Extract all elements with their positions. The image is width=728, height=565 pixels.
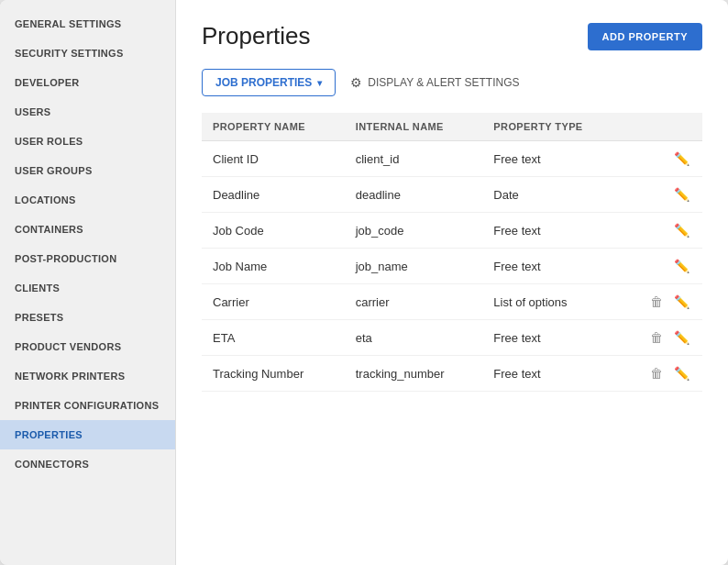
cell-internal-name: job_name (345, 249, 483, 284)
cell-actions: ✏️ (621, 177, 702, 213)
col-property-name: PROPERTY NAME (202, 113, 345, 141)
table-header: PROPERTY NAME INTERNAL NAME PROPERTY TYP… (202, 113, 702, 141)
col-actions (621, 113, 702, 141)
cell-property-type: Date (482, 177, 621, 213)
col-property-type: PROPERTY TYPE (482, 113, 621, 141)
cell-actions: 🗑✏️ (621, 284, 702, 320)
sidebar-item-product-vendors[interactable]: Product Vendors (0, 332, 175, 361)
cell-internal-name: eta (345, 320, 483, 356)
sidebar-item-security-settings[interactable]: Security Settings (0, 39, 175, 68)
edit-icon[interactable]: ✏️ (672, 293, 691, 311)
edit-icon[interactable]: ✏️ (672, 328, 691, 347)
table-row: Job Namejob_nameFree text✏️ (202, 249, 702, 284)
main-header: Properties ADD PROPERTY (202, 22, 702, 50)
cell-internal-name: tracking_number (345, 356, 483, 392)
sidebar-item-presets[interactable]: Presets (0, 303, 175, 332)
table-header-row: PROPERTY NAME INTERNAL NAME PROPERTY TYP… (202, 113, 702, 141)
sidebar-item-printer-configurations[interactable]: Printer Configurations (0, 391, 175, 420)
sidebar-item-developer[interactable]: Developer (0, 68, 175, 97)
sidebar: General SettingsSecurity SettingsDevelop… (0, 0, 176, 565)
edit-icon[interactable]: ✏️ (672, 364, 691, 382)
col-internal-name: INTERNAL NAME (345, 113, 483, 141)
sidebar-item-post-production[interactable]: Post-Production (0, 244, 175, 273)
sidebar-item-user-groups[interactable]: User Groups (0, 156, 175, 185)
sidebar-item-clients[interactable]: Clients (0, 273, 175, 303)
sidebar-item-connectors[interactable]: Connectors (0, 449, 175, 479)
job-properties-tab-label: JOB PROPERTIES (215, 76, 312, 89)
action-icons: ✏️ (632, 185, 691, 204)
cell-property-name: Client ID (202, 141, 345, 177)
cell-property-type: Free text (482, 320, 621, 356)
sidebar-item-general-settings[interactable]: General Settings (0, 9, 175, 39)
table-row: Job Codejob_codeFree text✏️ (202, 213, 702, 249)
cell-actions: ✏️ (621, 141, 702, 177)
cell-property-name: ETA (202, 320, 345, 356)
sidebar-item-locations[interactable]: Locations (0, 185, 175, 215)
cell-property-type: Free text (482, 356, 621, 392)
delete-icon[interactable]: 🗑 (648, 293, 665, 311)
main-content: Properties ADD PROPERTY JOB PROPERTIES ▾… (176, 0, 728, 565)
page-title: Properties (202, 22, 311, 50)
sidebar-item-users[interactable]: Users (0, 97, 175, 127)
cell-property-type: Free text (482, 213, 621, 249)
edit-icon[interactable]: ✏️ (672, 257, 691, 275)
sidebar-item-properties[interactable]: Properties (0, 420, 175, 449)
display-alert-tab[interactable]: ⚙ DISPLAY & ALERT SETTINGS (347, 69, 523, 96)
edit-icon[interactable]: ✏️ (672, 221, 691, 239)
edit-icon[interactable]: ✏️ (672, 185, 691, 204)
cell-property-name: Tracking Number (202, 356, 345, 392)
sidebar-item-containers[interactable]: Containers (0, 215, 175, 244)
cell-internal-name: carrier (345, 284, 483, 320)
properties-table: PROPERTY NAME INTERNAL NAME PROPERTY TYP… (202, 113, 702, 392)
edit-icon[interactable]: ✏️ (672, 150, 691, 168)
cell-actions: ✏️ (621, 249, 702, 284)
cell-internal-name: deadline (345, 177, 483, 213)
action-icons: 🗑✏️ (632, 364, 691, 382)
cell-property-name: Job Name (202, 249, 345, 284)
cell-property-name: Deadline (202, 177, 345, 213)
table-row: ETAetaFree text🗑✏️ (202, 320, 702, 356)
delete-icon[interactable]: 🗑 (648, 364, 665, 382)
cell-property-type: List of options (482, 284, 621, 320)
cell-internal-name: job_code (345, 213, 483, 249)
action-icons: ✏️ (632, 257, 691, 275)
job-properties-tab[interactable]: JOB PROPERTIES ▾ (202, 69, 336, 96)
table-body: Client IDclient_idFree text✏️Deadlinedea… (202, 141, 702, 392)
sidebar-item-user-roles[interactable]: User Roles (0, 127, 175, 156)
action-icons: ✏️ (632, 150, 691, 168)
action-icons: 🗑✏️ (632, 293, 691, 311)
cell-actions: 🗑✏️ (621, 356, 702, 392)
action-icons: ✏️ (632, 221, 691, 239)
cell-property-name: Carrier (202, 284, 345, 320)
cell-property-type: Free text (482, 249, 621, 284)
chevron-down-icon: ▾ (317, 78, 322, 88)
tab-bar: JOB PROPERTIES ▾ ⚙ DISPLAY & ALERT SETTI… (202, 69, 702, 96)
display-alert-tab-label: DISPLAY & ALERT SETTINGS (368, 76, 519, 89)
table-row: CarriercarrierList of options🗑✏️ (202, 284, 702, 320)
delete-icon[interactable]: 🗑 (648, 328, 665, 347)
app-window: General SettingsSecurity SettingsDevelop… (0, 0, 728, 565)
cell-actions: 🗑✏️ (621, 320, 702, 356)
action-icons: 🗑✏️ (632, 328, 691, 347)
sidebar-item-network-printers[interactable]: Network Printers (0, 361, 175, 391)
settings-icon: ⚙ (350, 75, 362, 90)
cell-internal-name: client_id (345, 141, 483, 177)
cell-property-name: Job Code (202, 213, 345, 249)
table-row: DeadlinedeadlineDate✏️ (202, 177, 702, 213)
cell-actions: ✏️ (621, 213, 702, 249)
add-property-button[interactable]: ADD PROPERTY (588, 23, 702, 50)
cell-property-type: Free text (482, 141, 621, 177)
table-row: Client IDclient_idFree text✏️ (202, 141, 702, 177)
table-row: Tracking Numbertracking_numberFree text🗑… (202, 356, 702, 392)
